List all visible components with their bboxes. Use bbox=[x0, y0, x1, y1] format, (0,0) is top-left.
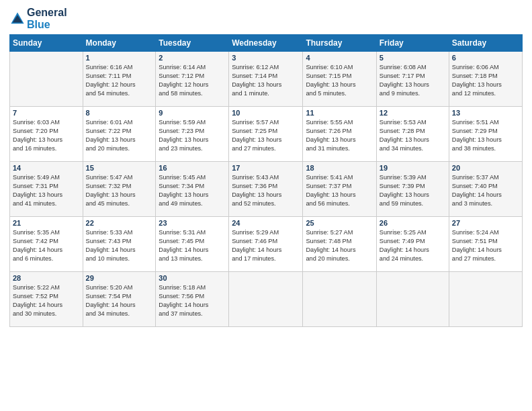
calendar-cell: 2Sunrise: 6:14 AM Sunset: 7:12 PM Daylig… bbox=[156, 52, 229, 107]
day-number: 7 bbox=[13, 109, 80, 117]
calendar-cell: 17Sunrise: 5:43 AM Sunset: 7:36 PM Dayli… bbox=[229, 162, 303, 217]
day-info: Sunrise: 5:33 AM Sunset: 7:43 PM Dayligh… bbox=[86, 228, 153, 263]
day-info: Sunrise: 5:45 AM Sunset: 7:34 PM Dayligh… bbox=[159, 173, 226, 208]
day-number: 9 bbox=[159, 109, 226, 117]
calendar-cell: 11Sunrise: 5:55 AM Sunset: 7:26 PM Dayli… bbox=[303, 107, 376, 162]
day-info: Sunrise: 6:08 AM Sunset: 7:17 PM Dayligh… bbox=[380, 63, 446, 98]
day-info: Sunrise: 5:55 AM Sunset: 7:26 PM Dayligh… bbox=[306, 118, 373, 153]
day-number: 13 bbox=[452, 109, 519, 117]
col-header-monday: Monday bbox=[83, 35, 156, 52]
calendar-cell: 3Sunrise: 6:12 AM Sunset: 7:14 PM Daylig… bbox=[229, 52, 303, 107]
calendar-table: SundayMondayTuesdayWednesdayThursdayFrid… bbox=[9, 34, 523, 327]
day-info: Sunrise: 6:10 AM Sunset: 7:15 PM Dayligh… bbox=[306, 63, 373, 98]
col-header-friday: Friday bbox=[376, 35, 449, 52]
day-number: 1 bbox=[86, 54, 153, 62]
day-info: Sunrise: 5:27 AM Sunset: 7:48 PM Dayligh… bbox=[306, 228, 373, 263]
day-info: Sunrise: 5:57 AM Sunset: 7:25 PM Dayligh… bbox=[232, 118, 300, 153]
calendar-cell: 26Sunrise: 5:25 AM Sunset: 7:49 PM Dayli… bbox=[376, 217, 449, 272]
day-number: 25 bbox=[306, 219, 373, 227]
calendar-cell: 28Sunrise: 5:22 AM Sunset: 7:52 PM Dayli… bbox=[10, 272, 83, 327]
day-info: Sunrise: 6:12 AM Sunset: 7:14 PM Dayligh… bbox=[232, 63, 300, 98]
logo-text-line2: Blue bbox=[27, 19, 67, 31]
day-info: Sunrise: 5:18 AM Sunset: 7:56 PM Dayligh… bbox=[159, 283, 226, 318]
calendar-cell: 24Sunrise: 5:29 AM Sunset: 7:46 PM Dayli… bbox=[229, 217, 303, 272]
day-number: 16 bbox=[159, 164, 226, 172]
logo-icon bbox=[9, 11, 26, 27]
day-info: Sunrise: 5:53 AM Sunset: 7:28 PM Dayligh… bbox=[380, 118, 446, 153]
header: General Blue bbox=[9, 7, 523, 30]
day-info: Sunrise: 5:39 AM Sunset: 7:39 PM Dayligh… bbox=[380, 173, 446, 208]
calendar-cell: 6Sunrise: 6:06 AM Sunset: 7:18 PM Daylig… bbox=[449, 52, 522, 107]
calendar-cell: 9Sunrise: 5:59 AM Sunset: 7:23 PM Daylig… bbox=[156, 107, 229, 162]
day-number: 3 bbox=[232, 54, 300, 62]
col-header-thursday: Thursday bbox=[303, 35, 376, 52]
day-number: 19 bbox=[380, 164, 446, 172]
day-number: 8 bbox=[86, 109, 153, 117]
day-number: 5 bbox=[380, 54, 446, 62]
calendar-cell: 16Sunrise: 5:45 AM Sunset: 7:34 PM Dayli… bbox=[156, 162, 229, 217]
day-number: 27 bbox=[452, 219, 519, 227]
calendar-cell: 1Sunrise: 6:16 AM Sunset: 7:11 PM Daylig… bbox=[83, 52, 156, 107]
day-number: 28 bbox=[13, 274, 80, 282]
calendar-cell bbox=[376, 272, 449, 327]
calendar-cell: 20Sunrise: 5:37 AM Sunset: 7:40 PM Dayli… bbox=[449, 162, 522, 217]
day-number: 29 bbox=[86, 274, 153, 282]
col-header-saturday: Saturday bbox=[449, 35, 522, 52]
day-info: Sunrise: 5:31 AM Sunset: 7:45 PM Dayligh… bbox=[159, 228, 226, 263]
day-number: 30 bbox=[159, 274, 226, 282]
calendar-cell: 4Sunrise: 6:10 AM Sunset: 7:15 PM Daylig… bbox=[303, 52, 376, 107]
calendar-cell: 23Sunrise: 5:31 AM Sunset: 7:45 PM Dayli… bbox=[156, 217, 229, 272]
header-row: SundayMondayTuesdayWednesdayThursdayFrid… bbox=[10, 35, 523, 52]
calendar-cell bbox=[303, 272, 376, 327]
day-info: Sunrise: 5:47 AM Sunset: 7:32 PM Dayligh… bbox=[86, 173, 153, 208]
day-number: 20 bbox=[452, 164, 519, 172]
calendar-cell bbox=[229, 272, 303, 327]
calendar-cell: 21Sunrise: 5:35 AM Sunset: 7:42 PM Dayli… bbox=[10, 217, 83, 272]
page: General Blue SundayMondayTuesdayWednesda… bbox=[0, 0, 532, 334]
day-number: 22 bbox=[86, 219, 153, 227]
day-number: 23 bbox=[159, 219, 226, 227]
day-info: Sunrise: 5:43 AM Sunset: 7:36 PM Dayligh… bbox=[232, 173, 300, 208]
day-number: 14 bbox=[13, 164, 80, 172]
calendar-cell: 12Sunrise: 5:53 AM Sunset: 7:28 PM Dayli… bbox=[376, 107, 449, 162]
day-number: 26 bbox=[380, 219, 446, 227]
day-info: Sunrise: 5:20 AM Sunset: 7:54 PM Dayligh… bbox=[86, 283, 153, 318]
calendar-cell: 22Sunrise: 5:33 AM Sunset: 7:43 PM Dayli… bbox=[83, 217, 156, 272]
day-number: 15 bbox=[86, 164, 153, 172]
day-info: Sunrise: 5:29 AM Sunset: 7:46 PM Dayligh… bbox=[232, 228, 300, 263]
day-number: 24 bbox=[232, 219, 300, 227]
day-info: Sunrise: 6:14 AM Sunset: 7:12 PM Dayligh… bbox=[159, 63, 226, 98]
day-info: Sunrise: 5:41 AM Sunset: 7:37 PM Dayligh… bbox=[306, 173, 373, 208]
day-info: Sunrise: 5:37 AM Sunset: 7:40 PM Dayligh… bbox=[452, 173, 519, 208]
col-header-sunday: Sunday bbox=[10, 35, 83, 52]
calendar-cell: 30Sunrise: 5:18 AM Sunset: 7:56 PM Dayli… bbox=[156, 272, 229, 327]
day-number: 21 bbox=[13, 219, 80, 227]
calendar-cell: 10Sunrise: 5:57 AM Sunset: 7:25 PM Dayli… bbox=[229, 107, 303, 162]
day-info: Sunrise: 5:25 AM Sunset: 7:49 PM Dayligh… bbox=[380, 228, 446, 263]
logo: General Blue bbox=[9, 7, 67, 30]
week-row-1: 7Sunrise: 6:03 AM Sunset: 7:20 PM Daylig… bbox=[10, 107, 523, 162]
day-number: 18 bbox=[306, 164, 373, 172]
col-header-wednesday: Wednesday bbox=[229, 35, 303, 52]
calendar-cell: 14Sunrise: 5:49 AM Sunset: 7:31 PM Dayli… bbox=[10, 162, 83, 217]
calendar-cell: 7Sunrise: 6:03 AM Sunset: 7:20 PM Daylig… bbox=[10, 107, 83, 162]
calendar-cell: 25Sunrise: 5:27 AM Sunset: 7:48 PM Dayli… bbox=[303, 217, 376, 272]
calendar-cell bbox=[10, 52, 83, 107]
day-info: Sunrise: 6:16 AM Sunset: 7:11 PM Dayligh… bbox=[86, 63, 153, 98]
calendar-cell: 27Sunrise: 5:24 AM Sunset: 7:51 PM Dayli… bbox=[449, 217, 522, 272]
logo-text-line1: General bbox=[27, 7, 67, 19]
week-row-2: 14Sunrise: 5:49 AM Sunset: 7:31 PM Dayli… bbox=[10, 162, 523, 217]
calendar-cell: 8Sunrise: 6:01 AM Sunset: 7:22 PM Daylig… bbox=[83, 107, 156, 162]
week-row-4: 28Sunrise: 5:22 AM Sunset: 7:52 PM Dayli… bbox=[10, 272, 523, 327]
calendar-cell: 13Sunrise: 5:51 AM Sunset: 7:29 PM Dayli… bbox=[449, 107, 522, 162]
day-info: Sunrise: 5:59 AM Sunset: 7:23 PM Dayligh… bbox=[159, 118, 226, 153]
calendar-cell: 18Sunrise: 5:41 AM Sunset: 7:37 PM Dayli… bbox=[303, 162, 376, 217]
calendar-cell: 5Sunrise: 6:08 AM Sunset: 7:17 PM Daylig… bbox=[376, 52, 449, 107]
calendar-cell: 29Sunrise: 5:20 AM Sunset: 7:54 PM Dayli… bbox=[83, 272, 156, 327]
day-number: 2 bbox=[159, 54, 226, 62]
day-info: Sunrise: 5:22 AM Sunset: 7:52 PM Dayligh… bbox=[13, 283, 80, 318]
day-info: Sunrise: 5:35 AM Sunset: 7:42 PM Dayligh… bbox=[13, 228, 80, 263]
week-row-0: 1Sunrise: 6:16 AM Sunset: 7:11 PM Daylig… bbox=[10, 52, 523, 107]
day-number: 10 bbox=[232, 109, 300, 117]
day-number: 11 bbox=[306, 109, 373, 117]
